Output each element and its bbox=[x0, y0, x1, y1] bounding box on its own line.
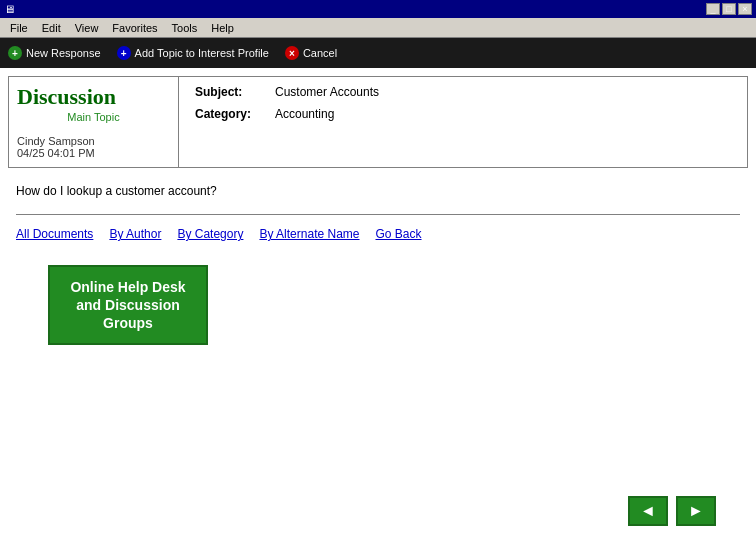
subject-row: Subject: Customer Accounts bbox=[195, 85, 731, 99]
discussion-right-panel: Subject: Customer Accounts Category: Acc… bbox=[179, 77, 747, 167]
category-label: Category: bbox=[195, 107, 275, 121]
forward-arrow-button[interactable]: ► bbox=[676, 496, 716, 526]
nav-arrows: ◄ ► bbox=[628, 496, 716, 526]
back-arrow-icon: ◄ bbox=[640, 502, 656, 520]
by-author-link[interactable]: By Author bbox=[109, 227, 161, 241]
new-response-icon: + bbox=[8, 46, 22, 60]
discussion-subtitle: Main Topic bbox=[17, 111, 170, 123]
body-content: How do I lookup a customer account? bbox=[16, 184, 217, 198]
new-response-label: New Response bbox=[26, 47, 101, 59]
back-arrow-button[interactable]: ◄ bbox=[628, 496, 668, 526]
add-topic-button[interactable]: + Add Topic to Interest Profile bbox=[117, 46, 269, 60]
subject-label: Subject: bbox=[195, 85, 275, 99]
go-back-link[interactable]: Go Back bbox=[376, 227, 422, 241]
add-topic-label: Add Topic to Interest Profile bbox=[135, 47, 269, 59]
subject-value: Customer Accounts bbox=[275, 85, 379, 99]
body-text: How do I lookup a customer account? bbox=[8, 176, 748, 206]
title-bar-controls: _ □ × bbox=[706, 3, 752, 15]
green-box: Online Help Desk and Discussion Groups bbox=[48, 265, 208, 345]
discussion-header: Discussion Main Topic Cindy Sampson 04/2… bbox=[8, 76, 748, 168]
discussion-title: Discussion bbox=[17, 85, 170, 109]
nav-links: All Documents By Author By Category By A… bbox=[8, 223, 748, 245]
all-documents-link[interactable]: All Documents bbox=[16, 227, 93, 241]
menu-tools[interactable]: Tools bbox=[166, 20, 204, 36]
title-bar-left: 🖥 bbox=[4, 3, 15, 15]
new-response-button[interactable]: + New Response bbox=[8, 46, 101, 60]
action-bar: + New Response + Add Topic to Interest P… bbox=[0, 38, 756, 68]
by-category-link[interactable]: By Category bbox=[177, 227, 243, 241]
cancel-button[interactable]: × Cancel bbox=[285, 46, 337, 60]
title-bar: 🖥 _ □ × bbox=[0, 0, 756, 18]
main-content: Discussion Main Topic Cindy Sampson 04/2… bbox=[0, 68, 756, 353]
app-icon: 🖥 bbox=[4, 3, 15, 15]
menu-favorites[interactable]: Favorites bbox=[106, 20, 163, 36]
category-value: Accounting bbox=[275, 107, 334, 121]
author-name: Cindy Sampson bbox=[17, 135, 170, 147]
discussion-author: Cindy Sampson 04/25 04:01 PM bbox=[17, 135, 170, 159]
author-datetime: 04/25 04:01 PM bbox=[17, 147, 170, 159]
menu-bar: File Edit View Favorites Tools Help bbox=[0, 18, 756, 38]
add-topic-icon: + bbox=[117, 46, 131, 60]
menu-edit[interactable]: Edit bbox=[36, 20, 67, 36]
by-alternate-name-link[interactable]: By Alternate Name bbox=[259, 227, 359, 241]
close-button[interactable]: × bbox=[738, 3, 752, 15]
cancel-icon: × bbox=[285, 46, 299, 60]
menu-view[interactable]: View bbox=[69, 20, 105, 36]
separator bbox=[16, 214, 740, 215]
menu-file[interactable]: File bbox=[4, 20, 34, 36]
green-box-text: Online Help Desk and Discussion Groups bbox=[58, 278, 198, 333]
menu-help[interactable]: Help bbox=[205, 20, 240, 36]
category-row: Category: Accounting bbox=[195, 107, 731, 121]
maximize-button[interactable]: □ bbox=[722, 3, 736, 15]
discussion-left-panel: Discussion Main Topic Cindy Sampson 04/2… bbox=[9, 77, 179, 167]
forward-arrow-icon: ► bbox=[688, 502, 704, 520]
cancel-label: Cancel bbox=[303, 47, 337, 59]
content-wrapper: Discussion Main Topic Cindy Sampson 04/2… bbox=[0, 68, 756, 540]
minimize-button[interactable]: _ bbox=[706, 3, 720, 15]
